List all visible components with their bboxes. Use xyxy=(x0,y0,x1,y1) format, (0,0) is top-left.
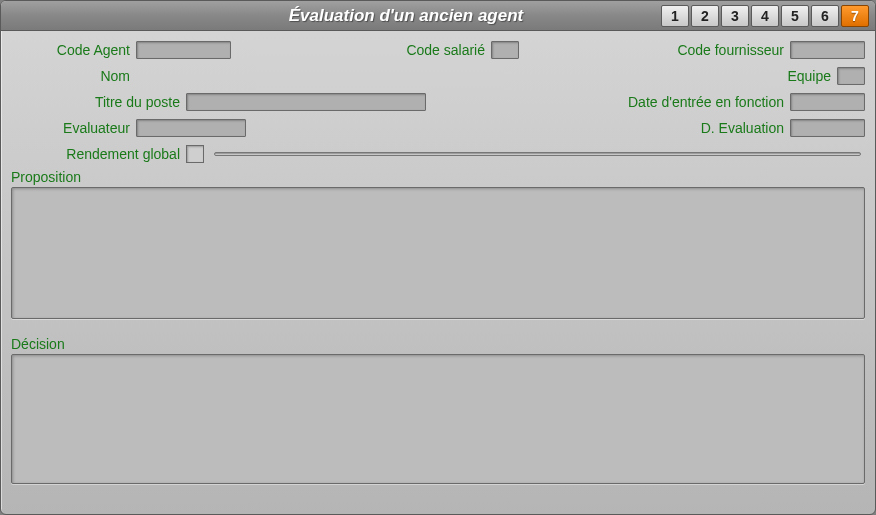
label-rendement-global: Rendement global xyxy=(11,146,186,162)
date-entree-field[interactable] xyxy=(790,93,865,111)
tab-2[interactable]: 2 xyxy=(691,5,719,27)
proposition-textarea[interactable] xyxy=(11,187,865,319)
label-d-evaluation: D. Evaluation xyxy=(701,120,790,136)
label-proposition: Proposition xyxy=(11,169,865,185)
evaluateur-field[interactable] xyxy=(136,119,246,137)
tab-4[interactable]: 4 xyxy=(751,5,779,27)
decision-textarea[interactable] xyxy=(11,354,865,484)
code-fournisseur-field[interactable] xyxy=(790,41,865,59)
label-nom: Nom xyxy=(11,68,136,84)
code-salarie-field[interactable] xyxy=(491,41,519,59)
tab-5[interactable]: 5 xyxy=(781,5,809,27)
label-code-salarie: Code salarié xyxy=(371,42,491,58)
rendement-slider[interactable] xyxy=(214,152,861,156)
tab-1[interactable]: 1 xyxy=(661,5,689,27)
label-date-entree: Date d'entrée en fonction xyxy=(628,94,790,110)
rendement-global-checkbox[interactable] xyxy=(186,145,204,163)
window-title: Évaluation d'un ancien agent xyxy=(1,6,661,26)
form-body: Code Agent Code salarié Code fournisseur… xyxy=(1,31,875,499)
titre-poste-field[interactable] xyxy=(186,93,426,111)
label-evaluateur: Evaluateur xyxy=(11,120,136,136)
label-titre-poste: Titre du poste xyxy=(11,94,186,110)
code-agent-field[interactable] xyxy=(136,41,231,59)
d-evaluation-field[interactable] xyxy=(790,119,865,137)
label-decision: Décision xyxy=(11,336,865,352)
tab-strip: 1 2 3 4 5 6 7 xyxy=(661,5,869,27)
tab-3[interactable]: 3 xyxy=(721,5,749,27)
label-equipe: Equipe xyxy=(787,68,837,84)
tab-6[interactable]: 6 xyxy=(811,5,839,27)
label-code-fournisseur: Code fournisseur xyxy=(677,42,790,58)
tab-7[interactable]: 7 xyxy=(841,5,869,27)
window: Évaluation d'un ancien agent 1 2 3 4 5 6… xyxy=(0,0,876,515)
equipe-field[interactable] xyxy=(837,67,865,85)
label-code-agent: Code Agent xyxy=(11,42,136,58)
titlebar: Évaluation d'un ancien agent 1 2 3 4 5 6… xyxy=(1,1,875,31)
